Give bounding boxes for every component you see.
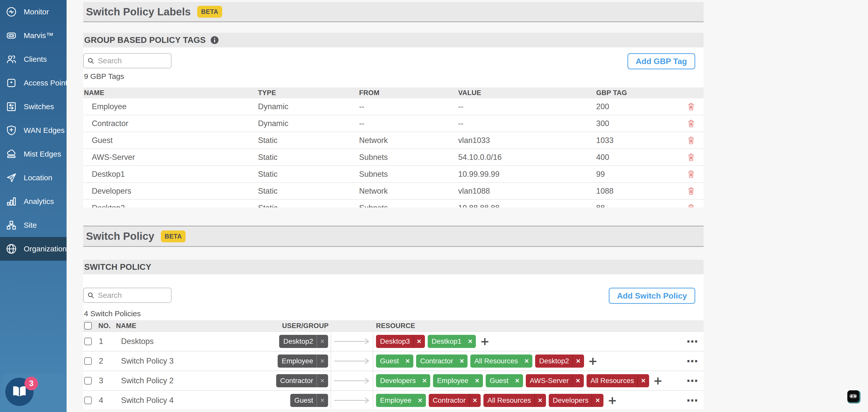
policy-search-input[interactable] (98, 291, 167, 299)
remove-tag-icon[interactable]: ✕ (402, 354, 413, 368)
user-group-tag-guest[interactable]: Guest✕ (290, 394, 328, 407)
resource-tag-guest[interactable]: Guest✕ (376, 354, 413, 368)
resource-tag-contractor[interactable]: Contractor✕ (416, 354, 468, 368)
delete-gbp-tag-button[interactable] (688, 153, 694, 161)
gbp-table-row[interactable]: Destkop1StaticSubnets10.99.99.9999 (83, 166, 704, 183)
gbp-table-row[interactable]: Desktop2StaticSubnets10.88.88.8888 (83, 200, 704, 208)
resource-tag-all-resources[interactable]: All Resources✕ (484, 394, 546, 407)
resource-cell: Desktop3✕Destkop1✕+ (373, 335, 681, 348)
select-all-checkbox[interactable] (84, 322, 92, 329)
gbp-column-value: VALUE (458, 89, 596, 97)
add-gbp-tag-button[interactable]: Add GBP Tag (627, 53, 695, 69)
resource-tag-all-resources[interactable]: All Resources✕ (587, 374, 649, 387)
gbp-table-row[interactable]: AWS-ServerStaticSubnets54.10.0.0/16400 (83, 149, 704, 166)
remove-tag-icon[interactable]: ✕ (472, 374, 483, 387)
remove-tag-icon[interactable]: ✕ (419, 374, 430, 387)
row-more-button[interactable]: ⋯ (686, 375, 698, 386)
row-checkbox[interactable] (84, 397, 92, 404)
gbp-table-row[interactable]: ContractorDynamic----300 (83, 115, 704, 132)
remove-tag-icon[interactable]: ✕ (316, 335, 328, 348)
remove-tag-icon[interactable]: ✕ (413, 335, 425, 348)
resource-tag-desktop2[interactable]: Desktop2✕ (535, 354, 584, 368)
sidebar-item-marvis[interactable]: Marvis™ (0, 24, 67, 47)
gbp-cell-gbp_tag: 88 (596, 203, 678, 208)
add-resource-button[interactable]: + (588, 355, 598, 367)
add-resource-button[interactable]: + (653, 375, 663, 386)
switch-policy-row[interactable]: 3Switch Policy 2Contractor✕Developers✕Em… (83, 371, 704, 390)
resource-tag-guest[interactable]: Guest✕ (486, 374, 523, 387)
marvis-bot-icon[interactable] (847, 390, 861, 404)
policy-search[interactable] (83, 288, 172, 303)
remove-tag-icon[interactable]: ✕ (637, 374, 649, 387)
switch-policy-row[interactable]: 4Switch Policy 4Guest✕Employee✕Contracto… (83, 390, 704, 409)
delete-gbp-tag-button[interactable] (688, 120, 694, 128)
remove-tag-icon[interactable]: ✕ (465, 335, 476, 348)
user-group-tag-employee[interactable]: Employee✕ (278, 354, 328, 368)
add-resource-button[interactable]: + (608, 395, 617, 406)
row-checkbox[interactable] (84, 338, 92, 345)
remove-tag-icon[interactable]: ✕ (415, 394, 426, 407)
sidebar-item-switches[interactable]: Switches (0, 95, 67, 119)
resource-tag-employee[interactable]: Employee✕ (376, 394, 426, 407)
search-icon (87, 57, 95, 65)
gbp-cell-value: 10.99.99.99 (458, 170, 596, 179)
add-resource-button[interactable]: + (480, 336, 490, 347)
remove-tag-icon[interactable]: ✕ (592, 394, 603, 407)
remove-tag-icon[interactable]: ✕ (572, 374, 584, 387)
sidebar-item-clients[interactable]: Clients (0, 47, 67, 71)
info-icon[interactable] (210, 36, 219, 44)
remove-tag-icon[interactable]: ✕ (534, 394, 546, 407)
resource-tag-contractor[interactable]: Contractor✕ (429, 394, 480, 407)
gbp-table-row[interactable]: DevelopersStaticNetworkvlan10881088 (83, 183, 704, 200)
tag-label: All Resources (587, 374, 638, 387)
delete-gbp-tag-button[interactable] (688, 103, 694, 111)
row-more-button[interactable]: ⋯ (686, 355, 698, 367)
delete-gbp-tag-button[interactable] (688, 204, 694, 208)
resource-tag-aws-server[interactable]: AWS-Server✕ (526, 374, 584, 387)
delete-gbp-tag-button[interactable] (688, 170, 694, 178)
sidebar-item-site[interactable]: Site (0, 213, 67, 237)
row-more-button[interactable]: ⋯ (686, 394, 698, 406)
remove-tag-icon[interactable]: ✕ (316, 394, 328, 407)
add-switch-policy-button[interactable]: Add Switch Policy (609, 288, 695, 304)
remove-tag-icon[interactable]: ✕ (512, 374, 523, 387)
resource-tag-all-resources[interactable]: All Resources✕ (470, 354, 532, 368)
gbp-search-input[interactable] (98, 57, 167, 65)
gbp-search[interactable] (83, 53, 172, 68)
sidebar-item-location[interactable]: Location (0, 166, 67, 190)
remove-tag-icon[interactable]: ✕ (521, 354, 532, 368)
switch-policy-row[interactable]: 2Switch Policy 3Employee✕Guest✕Contracto… (83, 351, 704, 371)
delete-gbp-tag-button[interactable] (688, 136, 694, 145)
sidebar-item-analytics[interactable]: Analytics (0, 190, 67, 213)
resource-tag-destkop1[interactable]: Destkop1✕ (428, 335, 476, 348)
policy-count: 4 Switch Policies (83, 309, 704, 318)
gbp-table-row[interactable]: EmployeeDynamic----200 (83, 98, 704, 115)
resource-tag-employee[interactable]: Employee✕ (433, 374, 483, 387)
remove-tag-icon[interactable]: ✕ (316, 374, 328, 387)
resource-cell: Developers✕Employee✕Guest✕AWS-Server✕All… (373, 374, 681, 387)
user-group-tag-desktop2[interactable]: Desktop2✕ (279, 335, 328, 348)
sidebar-item-label: Organization (24, 245, 67, 253)
delete-gbp-tag-button[interactable] (688, 187, 694, 195)
user-group-tag-contractor[interactable]: Contractor✕ (276, 374, 328, 387)
sidebar-item-organization[interactable]: Organization (0, 237, 67, 261)
row-checkbox[interactable] (84, 357, 92, 365)
resource-tag-developers[interactable]: Developers✕ (549, 394, 603, 407)
row-more-button[interactable]: ⋯ (686, 336, 698, 347)
remove-tag-icon[interactable]: ✕ (572, 354, 584, 368)
row-checkbox[interactable] (84, 377, 92, 384)
gbp-table-row[interactable]: GuestStaticNetworkvlan10331033 (83, 132, 704, 149)
resource-tag-developers[interactable]: Developers✕ (376, 374, 430, 387)
sidebar-item-wan-edges[interactable]: WAN Edges (0, 119, 67, 142)
remove-tag-icon[interactable]: ✕ (457, 354, 468, 368)
resource-tag-desktop3[interactable]: Desktop3✕ (376, 335, 425, 348)
help-bubble[interactable]: 3 (2, 373, 65, 412)
remove-tag-icon[interactable]: ✕ (469, 394, 480, 407)
gbp-column-from: FROM (359, 89, 458, 97)
remove-tag-icon[interactable]: ✕ (316, 354, 328, 368)
switch-policy-row[interactable]: 1DesktopsDesktop2✕Desktop3✕Destkop1✕+⋯ (83, 331, 704, 351)
sidebar-item-monitor[interactable]: Monitor (0, 0, 67, 24)
gbp-cell-gbp_tag: 200 (596, 102, 678, 111)
sidebar-item-access-points[interactable]: Access Points (0, 71, 67, 95)
sidebar-item-mist-edges[interactable]: Mist Edges (0, 142, 67, 166)
